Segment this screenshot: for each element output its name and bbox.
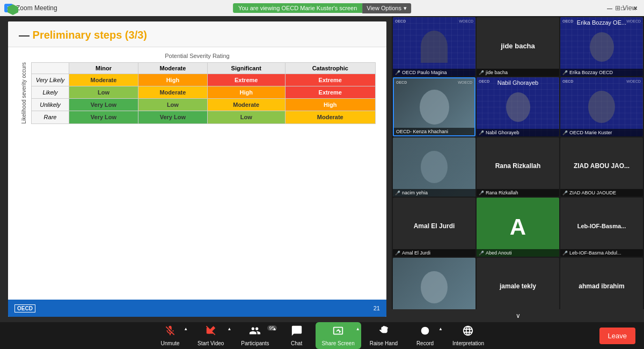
likelihood-unlikely: Unlikely <box>32 99 69 111</box>
y-axis-label-container: Likelihood severity occurs <box>19 62 29 124</box>
raise-hand-button[interactable]: Raise Hand <box>361 322 406 349</box>
severity-header-label: Potential Severity Rating <box>19 53 376 59</box>
cell-l-moderate: Moderate <box>138 86 207 99</box>
participant-name-only: Amal El Jurdi <box>393 198 475 257</box>
video-button[interactable]: Start Video ▲ <box>189 322 232 349</box>
participant-name: Erika Bozzay OECD <box>569 70 613 75</box>
participant-tile: 🎤 nacim yehia <box>393 137 475 197</box>
slide-footer: OECD 21 <box>8 300 386 317</box>
mute-icon: 🎤 <box>395 191 400 195</box>
participant-name: nacim yehia <box>402 190 428 195</box>
participant-name-only: jamale tekly <box>477 258 559 309</box>
cell-u-significant: Moderate <box>207 99 285 111</box>
participant-display-name: jamale tekly <box>500 282 536 290</box>
leave-button[interactable]: Leave <box>599 328 635 344</box>
chat-icon <box>291 325 303 339</box>
share-screen-button[interactable]: Share Screen ▲ <box>316 322 361 349</box>
view-toggle-button[interactable]: ⊞ View <box>615 4 636 12</box>
participant-name-only: ZIAD ABOU JAO... <box>560 137 643 197</box>
participants-icon <box>249 325 261 339</box>
y-axis-label: Likelihood severity occurs <box>19 62 29 124</box>
chat-label: Chat <box>291 340 302 346</box>
participant-name-bar: 🎤 Nabil Ghorayeb <box>477 129 559 136</box>
participant-name: ZIAD ABOU JAOUDE <box>569 190 616 195</box>
record-caret[interactable]: ▲ <box>438 326 443 331</box>
participant-avatar-tile: A <box>477 198 559 257</box>
slide-title-highlight: Preliminary steps (3/3) <box>33 29 147 41</box>
video-caret[interactable]: ▲ <box>227 326 231 331</box>
participant-name-bar: 🎤 OECD Marie Kuster <box>560 129 643 136</box>
slide-body: Potential Severity Rating Likelihood sev… <box>8 47 386 129</box>
participant-name-bar: 🎤 Erika Bozzay OECD <box>560 69 643 76</box>
participant-name-only: Leb-IOF-Basma... <box>560 198 643 257</box>
slide-title: — Preliminary steps (3/3) <box>19 29 376 41</box>
participants-button[interactable]: 95 Participants ▲ <box>232 322 277 349</box>
grid-icon: ⊞ <box>615 4 620 12</box>
risk-table-wrapper: Likelihood severity occurs Minor Moderat… <box>19 62 376 124</box>
participant-display-name: jide bacha <box>501 42 535 50</box>
mute-icon: 🎤 <box>562 70 568 75</box>
col-catastrophic: Catastrophic <box>285 63 375 74</box>
participant-name-bar: 🎤 Rana Rizkallah <box>477 189 559 197</box>
participant-name-bar: OECD- Kenza Khachani <box>394 128 474 135</box>
cell-vl-moderate: High <box>138 74 207 86</box>
raise-hand-label: Raise Hand <box>370 340 398 346</box>
scroll-down-button[interactable]: ∨ <box>392 309 644 322</box>
mute-icon: 🎤 <box>479 70 484 75</box>
mute-caret[interactable]: ▲ <box>184 326 188 331</box>
participant-video: OECD WOECD <box>393 17 475 76</box>
participant-name: jide bacha <box>486 70 508 75</box>
mute-button[interactable]: Unmute ▲ <box>151 322 189 349</box>
participant-tile: ZIAD ABOU JAO... 🎤 ZIAD ABOU JAOUDE <box>560 137 643 197</box>
participant-tile: OECD WOECD Erika Bozzay OE... 🎤 Erika Bo… <box>560 17 643 76</box>
chat-button[interactable]: Chat <box>278 322 316 349</box>
share-banner-area: You are viewing OECD Marie Kuster's scre… <box>233 3 411 13</box>
record-icon <box>419 325 431 339</box>
mute-icon: 🎤 <box>479 191 484 195</box>
participant-name: Nabil Ghorayeb <box>486 130 519 135</box>
participant-name: OECD Paulo Magina <box>402 70 447 75</box>
participant-name-bar: 🎤 nacim yehia <box>393 189 475 197</box>
interpretation-button[interactable]: Interpretation <box>444 322 493 349</box>
video-label: Start Video <box>197 340 224 346</box>
participant-name: OECD Marie Kuster <box>569 130 612 135</box>
mute-icon: 🎤 <box>395 70 400 75</box>
mute-icon: 🎤 <box>479 130 484 135</box>
participant-display-name: Leb-IOF-Basma... <box>577 223 626 229</box>
cell-u-catastrophic: High <box>285 99 375 111</box>
mute-icon: 🎤 <box>562 191 568 195</box>
participant-tile: jide bacha 🎤 jide bacha <box>477 17 559 76</box>
table-row: Rare Very Low Very Low Low Moderate <box>32 111 376 123</box>
record-button[interactable]: Record ▲ <box>406 322 444 349</box>
toolbar: Unmute ▲ Start Video ▲ 95 Participants ▲… <box>0 322 644 349</box>
participant-name-bar: 🎤 Abed Anouti <box>477 249 559 257</box>
chevron-down-icon: ▾ <box>404 5 407 12</box>
col-moderate: Moderate <box>138 63 207 74</box>
participants-caret[interactable]: ▲ <box>273 326 277 331</box>
participant-display-name: Rana Rizkallah <box>495 162 541 170</box>
participant-label-top: Erika Bozzay OE... <box>560 19 643 26</box>
likelihood-likely: Likely <box>32 86 69 99</box>
share-icon <box>332 325 344 339</box>
participant-video: OECD <box>477 77 559 136</box>
participant-tile: ahmad ibrahim 🎤 ahmad ibrahim <box>560 258 643 309</box>
participant-name-bar: 🎤 Leb-IOF-Basma Abdul... <box>560 249 643 257</box>
mute-icon: 🎤 <box>479 251 484 256</box>
participant-video: OECD WOECD <box>560 17 643 76</box>
participant-tile: OECD Nabil Ghorayeb 🎤 Nabil Ghorayeb <box>477 77 559 136</box>
raise-hand-icon <box>378 325 390 339</box>
slide-number: 21 <box>374 305 380 311</box>
participant-tile: OECD WOECD 🎤 OECD Marie Kuster <box>560 77 643 136</box>
participant-video-kenza: OECD WOECD <box>394 78 474 135</box>
svg-point-0 <box>421 327 429 335</box>
view-options-button[interactable]: View Options ▾ <box>362 3 411 13</box>
slide-area: — Preliminary steps (3/3) Potential Seve… <box>0 16 392 322</box>
cell-l-significant: High <box>207 86 285 99</box>
table-row: Unlikely Very Low Low Moderate High <box>32 99 376 111</box>
minimize-button[interactable]: — <box>605 4 614 12</box>
participant-name: Leb-IOF-Basma Abdul... <box>569 250 621 256</box>
participant-name: Amal El Jurdi <box>402 250 430 256</box>
participant-label-top: Nabil Ghorayeb <box>477 79 559 86</box>
share-caret[interactable]: ▲ <box>356 326 360 331</box>
participant-tile-active: OECD WOECD OECD- Kenza Khachani <box>393 77 475 136</box>
